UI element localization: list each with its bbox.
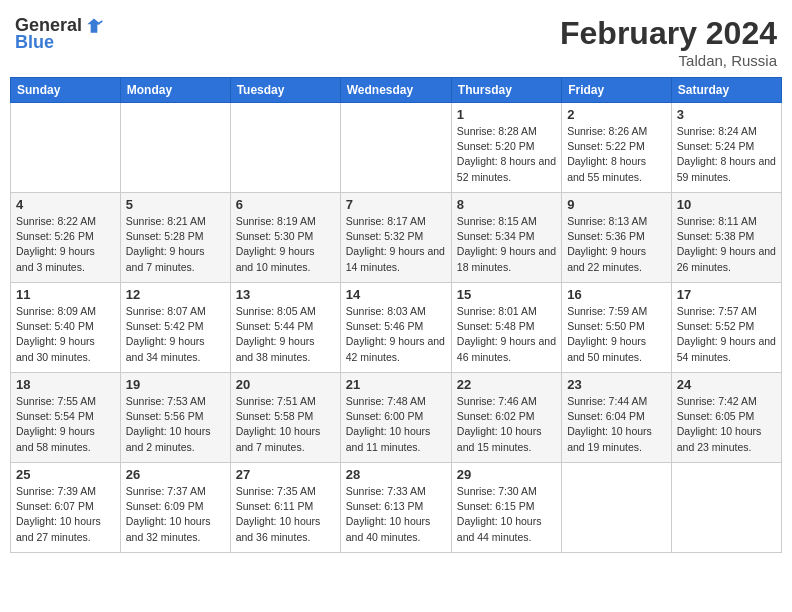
calendar-cell: 15 Sunrise: 8:01 AMSunset: 5:48 PMDaylig… bbox=[451, 283, 561, 373]
calendar-cell: 1 Sunrise: 8:28 AMSunset: 5:20 PMDayligh… bbox=[451, 103, 561, 193]
day-info: Sunrise: 8:07 AMSunset: 5:42 PMDaylight:… bbox=[126, 304, 225, 365]
day-number: 2 bbox=[567, 107, 666, 122]
calendar-cell: 13 Sunrise: 8:05 AMSunset: 5:44 PMDaylig… bbox=[230, 283, 340, 373]
day-number: 20 bbox=[236, 377, 335, 392]
calendar-cell: 20 Sunrise: 7:51 AMSunset: 5:58 PMDaylig… bbox=[230, 373, 340, 463]
calendar-week-0: 1 Sunrise: 8:28 AMSunset: 5:20 PMDayligh… bbox=[11, 103, 782, 193]
day-number: 4 bbox=[16, 197, 115, 212]
day-number: 9 bbox=[567, 197, 666, 212]
header-thursday: Thursday bbox=[451, 78, 561, 103]
day-info: Sunrise: 8:19 AMSunset: 5:30 PMDaylight:… bbox=[236, 214, 335, 275]
calendar-cell: 5 Sunrise: 8:21 AMSunset: 5:28 PMDayligh… bbox=[120, 193, 230, 283]
calendar-week-3: 18 Sunrise: 7:55 AMSunset: 5:54 PMDaylig… bbox=[11, 373, 782, 463]
day-info: Sunrise: 7:44 AMSunset: 6:04 PMDaylight:… bbox=[567, 394, 666, 455]
day-number: 13 bbox=[236, 287, 335, 302]
logo: General Blue bbox=[15, 15, 104, 53]
day-number: 21 bbox=[346, 377, 446, 392]
calendar-cell: 24 Sunrise: 7:42 AMSunset: 6:05 PMDaylig… bbox=[671, 373, 781, 463]
day-info: Sunrise: 8:17 AMSunset: 5:32 PMDaylight:… bbox=[346, 214, 446, 275]
day-number: 6 bbox=[236, 197, 335, 212]
header-saturday: Saturday bbox=[671, 78, 781, 103]
calendar-cell: 27 Sunrise: 7:35 AMSunset: 6:11 PMDaylig… bbox=[230, 463, 340, 553]
calendar-cell: 19 Sunrise: 7:53 AMSunset: 5:56 PMDaylig… bbox=[120, 373, 230, 463]
day-number: 5 bbox=[126, 197, 225, 212]
day-info: Sunrise: 8:13 AMSunset: 5:36 PMDaylight:… bbox=[567, 214, 666, 275]
calendar-week-1: 4 Sunrise: 8:22 AMSunset: 5:26 PMDayligh… bbox=[11, 193, 782, 283]
day-number: 3 bbox=[677, 107, 776, 122]
header-sunday: Sunday bbox=[11, 78, 121, 103]
logo-icon bbox=[84, 16, 104, 36]
day-info: Sunrise: 7:46 AMSunset: 6:02 PMDaylight:… bbox=[457, 394, 556, 455]
day-number: 1 bbox=[457, 107, 556, 122]
day-number: 22 bbox=[457, 377, 556, 392]
day-info: Sunrise: 8:28 AMSunset: 5:20 PMDaylight:… bbox=[457, 124, 556, 185]
location-subtitle: Taldan, Russia bbox=[560, 52, 777, 69]
calendar-cell: 21 Sunrise: 7:48 AMSunset: 6:00 PMDaylig… bbox=[340, 373, 451, 463]
day-info: Sunrise: 7:37 AMSunset: 6:09 PMDaylight:… bbox=[126, 484, 225, 545]
calendar-cell bbox=[120, 103, 230, 193]
calendar-cell: 11 Sunrise: 8:09 AMSunset: 5:40 PMDaylig… bbox=[11, 283, 121, 373]
header-tuesday: Tuesday bbox=[230, 78, 340, 103]
calendar-cell bbox=[671, 463, 781, 553]
calendar-cell: 12 Sunrise: 8:07 AMSunset: 5:42 PMDaylig… bbox=[120, 283, 230, 373]
calendar-cell: 16 Sunrise: 7:59 AMSunset: 5:50 PMDaylig… bbox=[562, 283, 672, 373]
calendar-cell: 29 Sunrise: 7:30 AMSunset: 6:15 PMDaylig… bbox=[451, 463, 561, 553]
day-number: 7 bbox=[346, 197, 446, 212]
day-number: 11 bbox=[16, 287, 115, 302]
day-info: Sunrise: 8:09 AMSunset: 5:40 PMDaylight:… bbox=[16, 304, 115, 365]
day-info: Sunrise: 7:33 AMSunset: 6:13 PMDaylight:… bbox=[346, 484, 446, 545]
day-number: 28 bbox=[346, 467, 446, 482]
header-friday: Friday bbox=[562, 78, 672, 103]
day-info: Sunrise: 7:53 AMSunset: 5:56 PMDaylight:… bbox=[126, 394, 225, 455]
calendar-cell: 9 Sunrise: 8:13 AMSunset: 5:36 PMDayligh… bbox=[562, 193, 672, 283]
day-number: 17 bbox=[677, 287, 776, 302]
calendar-cell: 10 Sunrise: 8:11 AMSunset: 5:38 PMDaylig… bbox=[671, 193, 781, 283]
day-number: 24 bbox=[677, 377, 776, 392]
calendar-cell: 25 Sunrise: 7:39 AMSunset: 6:07 PMDaylig… bbox=[11, 463, 121, 553]
calendar-cell: 8 Sunrise: 8:15 AMSunset: 5:34 PMDayligh… bbox=[451, 193, 561, 283]
calendar-cell: 18 Sunrise: 7:55 AMSunset: 5:54 PMDaylig… bbox=[11, 373, 121, 463]
day-number: 27 bbox=[236, 467, 335, 482]
day-info: Sunrise: 8:24 AMSunset: 5:24 PMDaylight:… bbox=[677, 124, 776, 185]
calendar-header-row: SundayMondayTuesdayWednesdayThursdayFrid… bbox=[11, 78, 782, 103]
day-number: 29 bbox=[457, 467, 556, 482]
calendar-cell: 7 Sunrise: 8:17 AMSunset: 5:32 PMDayligh… bbox=[340, 193, 451, 283]
calendar-table: SundayMondayTuesdayWednesdayThursdayFrid… bbox=[10, 77, 782, 553]
calendar-week-2: 11 Sunrise: 8:09 AMSunset: 5:40 PMDaylig… bbox=[11, 283, 782, 373]
calendar-cell: 4 Sunrise: 8:22 AMSunset: 5:26 PMDayligh… bbox=[11, 193, 121, 283]
day-info: Sunrise: 7:55 AMSunset: 5:54 PMDaylight:… bbox=[16, 394, 115, 455]
day-number: 8 bbox=[457, 197, 556, 212]
day-number: 19 bbox=[126, 377, 225, 392]
day-info: Sunrise: 7:51 AMSunset: 5:58 PMDaylight:… bbox=[236, 394, 335, 455]
day-number: 18 bbox=[16, 377, 115, 392]
day-info: Sunrise: 8:11 AMSunset: 5:38 PMDaylight:… bbox=[677, 214, 776, 275]
day-number: 15 bbox=[457, 287, 556, 302]
header-monday: Monday bbox=[120, 78, 230, 103]
day-number: 10 bbox=[677, 197, 776, 212]
calendar-cell bbox=[230, 103, 340, 193]
day-info: Sunrise: 7:59 AMSunset: 5:50 PMDaylight:… bbox=[567, 304, 666, 365]
title-block: February 2024 Taldan, Russia bbox=[560, 15, 777, 69]
day-number: 14 bbox=[346, 287, 446, 302]
day-info: Sunrise: 8:26 AMSunset: 5:22 PMDaylight:… bbox=[567, 124, 666, 185]
day-info: Sunrise: 8:21 AMSunset: 5:28 PMDaylight:… bbox=[126, 214, 225, 275]
calendar-cell: 3 Sunrise: 8:24 AMSunset: 5:24 PMDayligh… bbox=[671, 103, 781, 193]
calendar-week-4: 25 Sunrise: 7:39 AMSunset: 6:07 PMDaylig… bbox=[11, 463, 782, 553]
header-wednesday: Wednesday bbox=[340, 78, 451, 103]
day-number: 26 bbox=[126, 467, 225, 482]
day-number: 23 bbox=[567, 377, 666, 392]
calendar-cell: 26 Sunrise: 7:37 AMSunset: 6:09 PMDaylig… bbox=[120, 463, 230, 553]
day-info: Sunrise: 7:57 AMSunset: 5:52 PMDaylight:… bbox=[677, 304, 776, 365]
month-year-title: February 2024 bbox=[560, 15, 777, 52]
day-info: Sunrise: 8:05 AMSunset: 5:44 PMDaylight:… bbox=[236, 304, 335, 365]
logo-text-blue: Blue bbox=[15, 32, 54, 53]
calendar-cell bbox=[562, 463, 672, 553]
calendar-cell: 28 Sunrise: 7:33 AMSunset: 6:13 PMDaylig… bbox=[340, 463, 451, 553]
day-info: Sunrise: 8:01 AMSunset: 5:48 PMDaylight:… bbox=[457, 304, 556, 365]
calendar-cell: 6 Sunrise: 8:19 AMSunset: 5:30 PMDayligh… bbox=[230, 193, 340, 283]
day-info: Sunrise: 8:15 AMSunset: 5:34 PMDaylight:… bbox=[457, 214, 556, 275]
day-info: Sunrise: 7:35 AMSunset: 6:11 PMDaylight:… bbox=[236, 484, 335, 545]
calendar-cell: 22 Sunrise: 7:46 AMSunset: 6:02 PMDaylig… bbox=[451, 373, 561, 463]
day-info: Sunrise: 8:03 AMSunset: 5:46 PMDaylight:… bbox=[346, 304, 446, 365]
day-info: Sunrise: 7:39 AMSunset: 6:07 PMDaylight:… bbox=[16, 484, 115, 545]
